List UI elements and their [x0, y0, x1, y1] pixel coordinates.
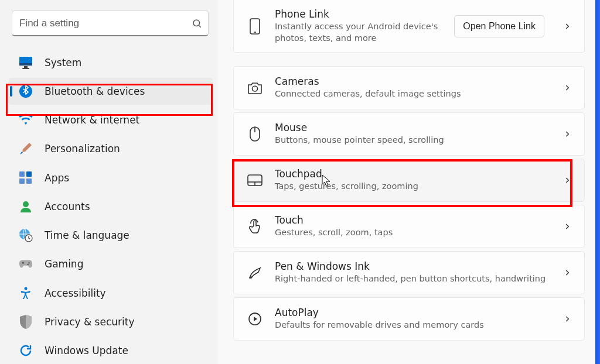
sidebar-item-label: Gaming: [45, 258, 83, 270]
card-title: Touchpad: [275, 168, 551, 180]
chevron-right-icon: [563, 315, 571, 323]
sidebar-item-bluetooth[interactable]: Bluetooth & devices: [8, 78, 213, 104]
pen-icon: [247, 265, 263, 281]
sidebar-item-label: Accounts: [45, 201, 90, 212]
card-touchpad[interactable]: Touchpad Taps, gestures, scrolling, zoom…: [233, 159, 585, 202]
svg-rect-9: [19, 178, 25, 184]
sidebar-item-system[interactable]: System: [8, 49, 213, 75]
chevron-right-icon: [563, 269, 571, 277]
card-desc: Buttons, mouse pointer speed, scrolling: [275, 135, 551, 146]
svg-rect-7: [19, 171, 25, 177]
card-title: Phone Link: [275, 8, 442, 20]
update-icon: [19, 344, 33, 358]
content-area: Phone Link Instantly access your Android…: [218, 0, 600, 364]
search-icon: [192, 18, 202, 29]
sidebar-item-label: Bluetooth & devices: [45, 85, 145, 97]
sidebar-item-gaming[interactable]: Gaming: [8, 251, 213, 277]
card-cameras[interactable]: Cameras Connected cameras, default image…: [233, 66, 585, 109]
chevron-right-icon: [563, 176, 571, 184]
card-desc: Taps, gestures, scrolling, zooming: [275, 181, 551, 193]
card-title: Pen & Windows Ink: [275, 260, 551, 272]
touch-icon: [247, 218, 263, 235]
card-desc: Defaults for removable drives and memory…: [275, 320, 551, 331]
sidebar-item-label: Windows Update: [45, 345, 128, 356]
shield-icon: [19, 315, 33, 329]
card-title: Cameras: [275, 75, 551, 87]
chevron-right-icon: [563, 84, 571, 92]
svg-rect-17: [250, 19, 260, 34]
sidebar: System Bluetooth & devices Network & int…: [0, 0, 218, 364]
gamepad-icon: [19, 257, 33, 271]
sidebar-item-accessibility[interactable]: Accessibility: [8, 280, 213, 306]
apps-icon: [19, 171, 33, 185]
card-desc: Connected cameras, default image setting…: [275, 88, 551, 100]
phone-icon: [247, 18, 263, 35]
accessibility-icon: [19, 286, 33, 300]
chevron-right-icon: [563, 22, 571, 30]
svg-rect-4: [24, 66, 28, 68]
window-right-edge: [595, 0, 600, 364]
card-title: Mouse: [275, 122, 551, 133]
svg-rect-5: [22, 68, 29, 69]
card-title: AutoPlay: [275, 307, 551, 318]
card-mouse[interactable]: Mouse Buttons, mouse pointer speed, scro…: [233, 112, 585, 156]
sidebar-item-apps[interactable]: Apps: [8, 164, 213, 191]
chevron-right-icon: [563, 130, 571, 138]
sidebar-item-label: Privacy & security: [45, 316, 135, 328]
globe-clock-icon: [19, 228, 33, 242]
autoplay-icon: [247, 311, 263, 327]
card-autoplay[interactable]: AutoPlay Defaults for removable drives a…: [233, 297, 585, 341]
bluetooth-icon: [19, 84, 33, 98]
wifi-icon: [19, 113, 33, 127]
svg-point-0: [193, 20, 200, 26]
card-touch[interactable]: Touch Gestures, scroll, zoom, taps: [233, 205, 585, 248]
card-pen[interactable]: Pen & Windows Ink Right-handed or left-h…: [233, 251, 585, 294]
settings-window: System Bluetooth & devices Network & int…: [0, 0, 600, 364]
sidebar-item-update[interactable]: Windows Update: [8, 338, 213, 364]
sidebar-item-time[interactable]: Time & language: [8, 222, 213, 249]
svg-rect-8: [26, 171, 32, 177]
mouse-icon: [247, 126, 263, 142]
sidebar-item-privacy[interactable]: Privacy & security: [8, 308, 213, 335]
person-icon: [19, 200, 33, 214]
sidebar-item-accounts[interactable]: Accounts: [8, 193, 213, 219]
camera-icon: [247, 80, 263, 96]
card-desc: Instantly access your Android device's p…: [275, 21, 442, 44]
svg-point-15: [27, 264, 28, 265]
sidebar-item-label: Apps: [45, 172, 69, 184]
card-desc: Right-handed or left-handed, pen button …: [275, 273, 551, 285]
sidebar-item-label: Network & internet: [45, 114, 139, 126]
paintbrush-icon: [19, 142, 33, 156]
svg-rect-10: [26, 178, 32, 184]
sidebar-item-network[interactable]: Network & internet: [8, 107, 213, 133]
sidebar-item-label: Time & language: [45, 229, 129, 241]
sidebar-item-label: Accessibility: [45, 287, 106, 299]
card-title: Touch: [275, 214, 551, 226]
system-icon: [19, 56, 33, 70]
touchpad-icon: [247, 172, 263, 188]
svg-point-11: [23, 201, 29, 207]
svg-point-19: [253, 86, 258, 91]
search-input-wrap[interactable]: [12, 11, 209, 36]
svg-point-16: [25, 287, 28, 290]
sidebar-item-label: Personalization: [45, 143, 120, 154]
svg-point-14: [28, 262, 29, 263]
card-desc: Gestures, scroll, zoom, taps: [275, 227, 551, 239]
svg-line-1: [199, 25, 200, 27]
open-phone-link-button[interactable]: Open Phone Link: [454, 15, 544, 37]
sidebar-item-label: System: [45, 57, 81, 68]
chevron-right-icon: [563, 222, 571, 231]
search-input[interactable]: [19, 18, 192, 29]
card-phone-link[interactable]: Phone Link Instantly access your Android…: [233, 0, 585, 53]
sidebar-item-personalization[interactable]: Personalization: [8, 136, 213, 162]
svg-rect-3: [19, 63, 32, 66]
